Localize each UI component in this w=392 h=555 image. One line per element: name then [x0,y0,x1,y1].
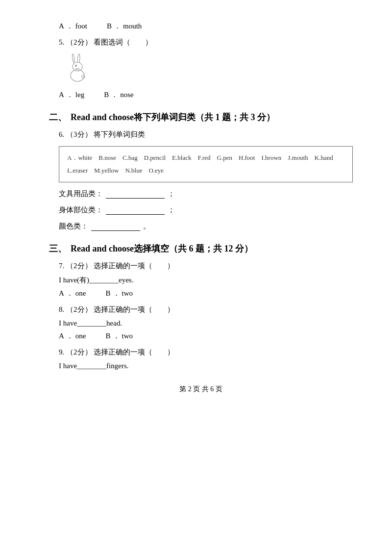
option4-b-label: B [107,22,112,30]
category2-punct: ； [168,206,175,214]
question8-number: 8 [59,305,63,313]
option5-a-text: leg [75,91,84,99]
question5-options-row: A ． leg B ． nose [59,90,353,100]
question7-number: 7 [59,262,63,270]
category3-line: 颜色类： 。 [59,222,353,231]
option5-b: B ． nose [104,90,134,100]
option4-b-text: mouth [123,22,142,30]
option4-b-dot: ． [114,22,121,31]
option4-a: A ． foot [59,22,87,31]
section2-number: 二、 [49,111,67,123]
question9-number: 9 [59,348,63,356]
category3-blank[interactable] [91,222,140,231]
option8-b-text: two [122,332,133,340]
question9-title: 9. （2分） 选择正确的一项（ ） [59,348,353,357]
option4-b: B ． mouth [107,22,142,31]
question7-sentence: I have(有)________eyes. [59,276,353,285]
section3-title: Read and choose选择填空（共 6 题；共 12 分） [71,243,253,254]
question9-text: 选择正确的一项（ ） [94,348,174,356]
option4-a-dot: ． [66,22,74,31]
option5-a-dot: ． [66,90,74,100]
question5-number: 5 [59,38,63,46]
question8-sentence: I have________head. [59,319,353,328]
question8-text: 选择正确的一项（ ） [94,305,174,313]
question5-score: （2分） [66,38,92,46]
option8-b: B ． two [106,331,133,341]
question8-options-row: A ． one B ． two [59,331,353,341]
question8-score: （2分） [66,305,92,313]
option7-b-label: B [106,289,111,298]
option7-b-text: two [122,289,133,298]
question7-block: 7. （2分） 选择正确的一项（ ） I have(有)________eyes… [59,261,353,298]
category3-label: 颜色类： [59,222,88,230]
question4-options: A ． foot B ． mouth [59,22,353,31]
option7-b-dot: ． [113,289,120,298]
svg-point-3 [75,65,77,67]
page-footer: 第 2 页 共 6 页 [49,385,353,394]
category3-punct: 。 [143,222,150,230]
question6-word-box: A．white B.nose C.bag D.pencil E.black F.… [59,146,353,182]
option5-a-label: A [59,91,64,99]
question9-sentence: I have________fingers. [59,362,353,370]
question6-words: A．white B.nose C.bag D.pencil E.black F.… [67,154,340,174]
option5-b-label: B [104,91,109,99]
question6-title: 6. （3分） 将下列单词归类 [59,130,353,139]
option4-a-label: A [59,22,64,30]
question6-score: （3分） [66,130,92,138]
option7-a-text: one [75,289,86,298]
option8-a-text: one [75,332,86,340]
option7-a: A ． one [59,289,86,298]
question7-score: （2分） [66,262,92,270]
option8-b-dot: ． [113,331,120,341]
section2-header: 二、 Read and choose将下列单词归类（共 1 题；共 3 分） [49,111,353,123]
option5-b-text: nose [120,91,134,99]
category1-label: 文具用品类： [59,190,103,198]
rabbit-svg [59,52,93,86]
question5-block: 5. （2分） 看图选词（ ） [59,38,353,100]
question5-title: 5. （2分） 看图选词（ ） [59,38,353,47]
option5-a: A ． leg [59,90,84,100]
question4-options-row: A ． foot B ． mouth [59,22,353,31]
category2-line: 身体部位类： ； [59,205,353,215]
option7-a-dot: ． [66,289,74,298]
footer-text: 第 2 页 共 6 页 [179,385,222,393]
question5-text: 看图选词（ ） [94,38,152,46]
option4-a-text: foot [75,22,87,30]
option8-a-dot: ． [66,331,74,341]
section3-number: 三、 [49,243,67,254]
question6-number: 6 [59,130,63,138]
question6-text: 将下列单词归类 [94,130,145,138]
question5-image [59,52,93,86]
option8-a-label: A [59,332,64,340]
question7-options-row: A ． one B ． two [59,289,353,298]
option5-b-dot: ． [111,90,118,100]
category1-line: 文具用品类： ； [59,189,353,199]
option7-a-label: A [59,289,64,298]
question7-text: 选择正确的一项（ ） [94,262,174,270]
option8-a: A ． one [59,331,86,341]
question7-title: 7. （2分） 选择正确的一项（ ） [59,261,353,271]
option8-b-label: B [106,332,111,340]
option7-b: B ． two [106,289,133,298]
question6-block: 6. （3分） 将下列单词归类 A．white B.nose C.bag D.p… [59,130,353,231]
question9-score: （2分） [66,348,92,356]
question9-block: 9. （2分） 选择正确的一项（ ） I have________fingers… [59,348,353,370]
category2-label: 身体部位类： [59,206,103,214]
category2-blank[interactable] [106,206,165,215]
section3-header: 三、 Read and choose选择填空（共 6 题；共 12 分） [49,243,353,254]
question8-title: 8. （2分） 选择正确的一项（ ） [59,305,353,314]
section2-title: Read and choose将下列单词归类（共 1 题；共 3 分） [71,111,275,123]
category1-punct: ； [168,190,175,198]
question8-block: 8. （2分） 选择正确的一项（ ） I have________head. A… [59,305,353,341]
category1-blank[interactable] [106,190,165,199]
